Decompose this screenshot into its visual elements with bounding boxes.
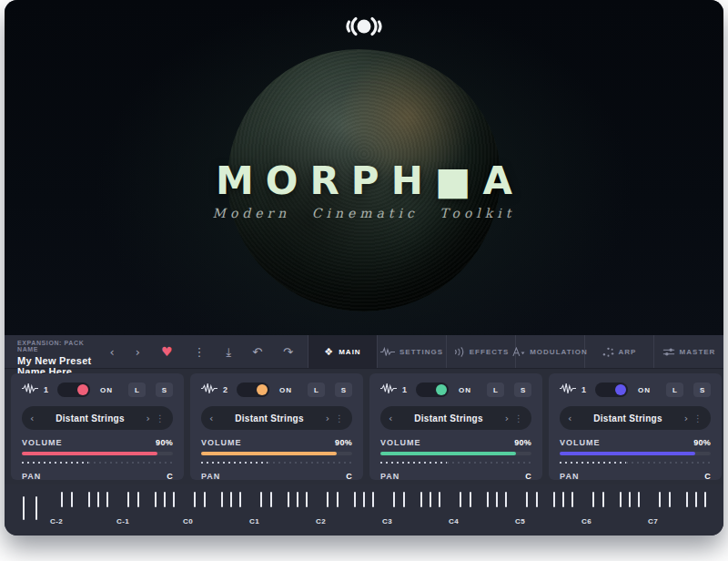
keyboard-octave[interactable]: C3 [380,484,447,536]
tab-label: SETTINGS [399,348,443,356]
pan-row: PAN C [201,472,352,481]
undo-icon[interactable]: ↶ [252,346,262,358]
channel-kebab-menu-icon[interactable]: ⋮ [335,413,344,423]
keyboard-octave[interactable]: C7 [646,484,713,536]
channel-preset-selector[interactable]: ‹ Distant Strings › ⋮ [201,406,352,430]
channel-kebab-menu-icon[interactable]: ⋮ [693,413,703,423]
keyboard-octaves: C-2 C-1 C0 C1 [48,484,713,536]
toggle-knob [436,384,447,395]
kebab-menu-icon[interactable]: ⋮ [193,346,205,358]
volume-label: VOLUME [22,438,63,447]
channel-on-toggle[interactable] [237,382,269,397]
channel-preset-name: Distant Strings [392,413,504,423]
channel-on-toggle[interactable] [416,382,449,397]
keyboard-octave[interactable]: C0 [181,484,248,536]
toggle-knob [257,384,268,395]
prev-preset-icon[interactable]: ‹ [109,346,114,358]
channel-header: 1 ON L S [22,382,173,398]
channel-l-button[interactable]: L [128,382,146,397]
tab-label: MASTER [680,348,716,356]
pan-row: PAN C [380,472,531,481]
keyboard[interactable]: C-2 C-1 C0 C1 [5,484,723,536]
modulation-icon [512,347,525,357]
volume-label: VOLUME [560,438,601,447]
volume-slider[interactable] [560,452,711,455]
sliders-icon [662,347,675,357]
octave-label: C0 [183,517,193,525]
channel-s-button[interactable]: S [335,382,352,397]
tab-master[interactable]: MASTER [654,335,723,368]
tab-arp[interactable]: ARP [585,335,654,368]
keyboard-octave[interactable]: C2 [314,484,380,536]
channel-s-button[interactable]: S [693,382,711,397]
product-tagline: Modern Cinematic Toolkit [5,206,723,220]
chevron-right-icon[interactable]: › [505,413,509,424]
pan-value: C [704,472,711,481]
channel-s-button[interactable]: S [514,382,531,397]
volume-row: VOLUME 90% [22,438,173,447]
octave-label: C-1 [116,517,129,525]
expansion-pack-label: EXPANSION: PACK NAME [17,340,95,352]
channel-strip: 1 ON L S ‹ Distant Strings › ⋮ VOLUME 90… [549,373,722,480]
keyboard-octave[interactable]: C-1 [115,484,181,536]
channel-kebab-menu-icon[interactable]: ⋮ [514,413,523,423]
volume-slider[interactable] [380,452,531,455]
tab-label: EFFECTS [470,348,509,356]
pan-value: C [346,472,352,481]
channel-s-button[interactable]: S [156,382,173,397]
pan-label: PAN [201,472,220,481]
volume-value: 90% [156,438,173,447]
volume-row: VOLUME 90% [560,438,711,447]
waveform-icon [380,347,395,357]
pan-row: PAN C [560,472,711,481]
octave-label: C-2 [50,517,63,525]
next-preset-icon[interactable]: › [136,346,140,358]
keyboard-lead-tick [35,496,37,520]
channel-strip: 2 ON L S ‹ Distant Strings › ⋮ VOLUME 90… [190,373,363,480]
volume-slider[interactable] [22,452,173,455]
channel-preset-name: Distant Strings [213,413,325,423]
on-label: ON [459,386,471,394]
keyboard-lead-tick [23,496,25,520]
channel-preset-selector[interactable]: ‹ Distant Strings › ⋮ [380,406,531,430]
octave-label: C2 [316,517,326,525]
channel-on-toggle[interactable] [57,382,90,397]
arp-dots-icon [602,347,614,357]
channel-on-toggle[interactable] [595,382,628,397]
chevron-right-icon[interactable]: › [326,413,329,424]
channel-l-button[interactable]: L [487,382,504,397]
keyboard-octave[interactable]: C1 [248,484,314,536]
channel-preset-selector[interactable]: ‹ Distant Strings › ⋮ [22,406,173,430]
channel-l-button[interactable]: L [308,382,325,397]
channel-strip: 1 ON L S ‹ Distant Strings › ⋮ VOLUME 90… [11,373,184,480]
volume-label: VOLUME [380,438,421,447]
on-label: ON [100,386,113,394]
tab-effects[interactable]: EFFECTS [447,335,516,368]
redo-icon[interactable]: ↷ [283,346,293,358]
channel-header: 1 ON L S [380,382,531,398]
keyboard-octave[interactable]: C4 [447,484,513,536]
tab-main[interactable]: ❖ MAIN [308,335,378,368]
favorite-heart-icon[interactable]: ♥ [161,345,173,358]
volume-fill [380,452,516,455]
on-label: ON [279,386,292,394]
channel-header: 2 ON L S [201,382,352,398]
preset-block: EXPANSION: PACK NAME My New Preset Name … [5,335,95,368]
channel-preset-selector[interactable]: ‹ Distant Strings › ⋮ [560,406,711,430]
save-icon[interactable]: ⤓ [226,346,231,358]
tab-label: MODULATION [530,348,588,356]
volume-fill [22,452,157,455]
brand-soundwave-orb-icon [339,15,389,42]
volume-slider[interactable] [201,452,352,455]
chevron-right-icon[interactable]: › [684,413,688,424]
chevron-right-icon[interactable]: › [147,413,150,424]
toolbar-icons: ‹ › ♥ ⋮ ⤓ ↶ ↷ [95,335,308,368]
keyboard-octave[interactable]: C5 [513,484,580,536]
channel-l-button[interactable]: L [666,382,683,397]
channel-kebab-menu-icon[interactable]: ⋮ [156,413,165,423]
keyboard-octave[interactable]: C6 [580,484,646,536]
tab-settings[interactable]: SETTINGS [378,335,447,368]
keyboard-octave[interactable]: C-2 [48,484,115,536]
octave-label: C5 [515,517,525,525]
tab-modulation[interactable]: MODULATION [516,335,585,368]
